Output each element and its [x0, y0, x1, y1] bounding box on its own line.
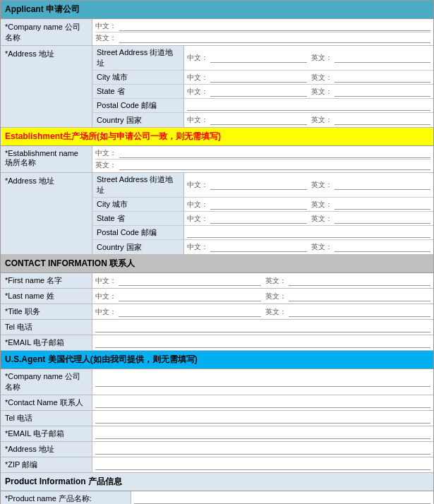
country-chinese: 中文： [187, 115, 307, 125]
firstname-english-input[interactable] [289, 276, 431, 286]
contact-header: CONTACT INFORMATION 联系人 [1, 255, 433, 273]
est-state-chinese-input[interactable] [210, 214, 307, 224]
form-container: Applicant 申请公司 *Company name 公司名称 中文： 英文… [0, 0, 434, 504]
title-row: *Title 职务 中文： 英文： [1, 304, 433, 320]
city-english-input[interactable] [334, 73, 431, 83]
est-address-row: *Address 地址 Street Address 街道地址 中文： 英文： [1, 173, 433, 255]
street-input-area: 中文： 英文： [184, 46, 433, 70]
est-city-label: City 城市 [92, 198, 184, 211]
agent-tel-row: Tel 电话 [1, 411, 433, 426]
agent-company-row: *Company name 公司名称 [1, 369, 433, 395]
street-row: Street Address 街道地址 中文： 英文： [92, 46, 433, 71]
city-english: 英文： [311, 73, 431, 83]
est-street-row: Street Address 街道地址 中文： 英文： [92, 173, 433, 198]
est-state-label: State 省 [92, 212, 184, 225]
product-name-label: *Product name 产品名称: [1, 491, 131, 504]
est-country-english-input[interactable] [334, 242, 431, 252]
country-input-area: 中文： 英文： [184, 113, 433, 127]
postal-input[interactable] [187, 101, 430, 111]
state-row: State 省 中文： 英文： [92, 85, 433, 99]
agent-company-input[interactable] [95, 377, 430, 387]
est-country-chinese-input[interactable] [210, 242, 307, 252]
agent-tel-input[interactable] [95, 414, 430, 424]
state-english-input[interactable] [334, 87, 431, 97]
agent-address-input[interactable] [95, 445, 430, 455]
company-name-input-area: 中文： 英文： [92, 19, 433, 45]
agent-address-label: *Address 地址 [1, 442, 92, 457]
country-english-input[interactable] [334, 115, 431, 125]
contact-tel-input[interactable] [95, 323, 430, 332]
agent-zip-label: *ZIP 邮编 [1, 457, 92, 472]
lastname-row: *Last name 姓 中文： 英文： [1, 289, 433, 304]
est-street-chinese-input[interactable] [210, 180, 307, 190]
city-label: City 城市 [92, 71, 184, 84]
street-chinese: 中文： [187, 53, 307, 63]
agent-zip-input[interactable] [95, 460, 430, 470]
product-header: Product Information 产品信息 [1, 473, 433, 491]
contact-email-input[interactable] [95, 338, 430, 348]
firstname-row: *First name 名字 中文： 英文： [1, 273, 433, 289]
est-street-input-area: 中文： 英文： [184, 173, 433, 197]
est-country-label: Country 国家 [92, 240, 184, 254]
street-label: Street Address 街道地址 [92, 46, 184, 70]
est-english-line: 英文： [95, 160, 430, 171]
address-block: Street Address 街道地址 中文： 英文： City 城市 [92, 46, 433, 127]
est-chinese-input[interactable] [119, 148, 430, 158]
state-input-area: 中文： 英文： [184, 85, 433, 98]
contact-tel-label: Tel 电话 [1, 320, 92, 335]
company-chinese-line: 中文： [95, 20, 430, 32]
agent-email-input[interactable] [95, 429, 430, 439]
firstname-label: *First name 名字 [1, 273, 92, 288]
est-address-block: Street Address 街道地址 中文： 英文： City 城市 [92, 173, 433, 254]
title-chinese-input[interactable] [119, 307, 261, 317]
agent-email-row: *EMAIL 电子邮箱 [1, 426, 433, 442]
product-name-input[interactable] [134, 494, 430, 504]
city-chinese-input[interactable] [210, 73, 307, 83]
street-chinese-input[interactable] [210, 53, 307, 63]
contact-email-label: *EMAIL 电子邮箱 [1, 335, 92, 350]
company-name-label: *Company name 公司名称 [1, 19, 92, 45]
country-chinese-input[interactable] [210, 115, 307, 125]
agent-address-row: *Address 地址 [1, 442, 433, 457]
state-english: 英文： [311, 87, 431, 97]
est-city-row: City 城市 中文： 英文： [92, 198, 433, 212]
est-postal-row: Postal Code 邮编 [92, 226, 433, 240]
postal-row: Postal Code 邮编 [92, 99, 433, 113]
est-state-english-input[interactable] [334, 214, 431, 224]
postal-label: Postal Code 邮编 [92, 99, 184, 112]
company-english-input[interactable] [119, 33, 430, 43]
est-postal-input[interactable] [187, 228, 430, 238]
lastname-label: *Last name 姓 [1, 289, 92, 304]
company-name-row: *Company name 公司名称 中文： 英文： [1, 19, 433, 46]
establishment-name-row: *Establishment name 场所名称 中文： 英文： [1, 146, 433, 173]
est-english-input[interactable] [119, 160, 430, 170]
agent-contact-label: *Contact Name 联系人 [1, 395, 92, 410]
lastname-chinese-input[interactable] [119, 292, 261, 301]
applicant-header: Applicant 申请公司 [1, 1, 433, 19]
firstname-chinese-input[interactable] [119, 276, 261, 286]
lastname-english-input[interactable] [289, 292, 431, 301]
title-english-input[interactable] [289, 307, 431, 317]
agent-header: U.S.Agent 美国代理人(如由我司提供，则无需填写) [1, 351, 433, 369]
state-chinese: 中文： [187, 87, 307, 97]
street-english: 英文： [311, 53, 431, 63]
establishment-header: Establishment生产场所(如与申请公司一致，则无需填写) [1, 128, 433, 146]
company-chinese-input[interactable] [119, 21, 430, 31]
est-postal-label: Postal Code 邮编 [92, 226, 184, 239]
est-city-english-input[interactable] [334, 200, 431, 210]
est-street-label: Street Address 街道地址 [92, 173, 184, 197]
establishment-name-label: *Establishment name 场所名称 [1, 146, 92, 172]
est-city-chinese-input[interactable] [210, 200, 307, 210]
est-country-row: Country 国家 中文： 英文： [92, 240, 433, 254]
agent-contact-input[interactable] [95, 398, 430, 408]
postal-input-area[interactable] [184, 99, 433, 112]
product-name-row: *Product name 产品名称: [1, 491, 433, 504]
agent-tel-label: Tel 电话 [1, 411, 92, 426]
agent-contact-row: *Contact Name 联系人 [1, 395, 433, 411]
state-chinese-input[interactable] [210, 87, 307, 97]
est-street-english-input[interactable] [334, 180, 431, 190]
contact-tel-row: Tel 电话 [1, 320, 433, 335]
street-english-input[interactable] [334, 53, 431, 63]
state-label: State 省 [92, 85, 184, 98]
agent-email-label: *EMAIL 电子邮箱 [1, 426, 92, 441]
